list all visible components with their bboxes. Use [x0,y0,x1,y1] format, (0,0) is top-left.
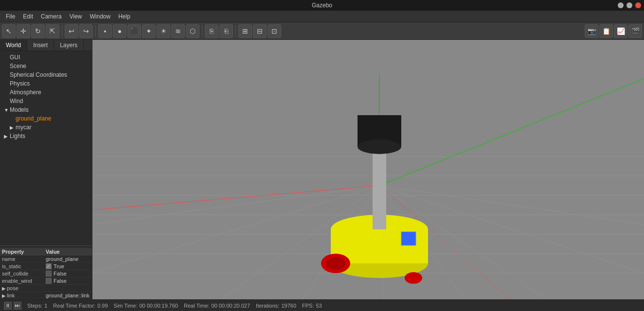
prop-row-pose[interactable]: ▶ pose [0,285,92,292]
tree-label-gui: GUI [10,54,20,61]
cylinder-tool[interactable]: ⬛ [127,24,141,38]
prop-value-link: ground_plane::link [46,293,90,298]
redo-button[interactable]: ↪ [79,24,93,38]
tree-item-scene[interactable]: Scene [0,62,92,70]
fps-section: FPS: 53 [302,303,322,309]
tree-label-wind: Wind [10,98,23,104]
tree-item-wind[interactable]: Wind [0,97,92,105]
scale-tool[interactable]: ⇱ [46,24,59,38]
align-tool[interactable]: ⊞ [238,24,252,38]
prop-row-link[interactable]: ▶ link ground_plane::link [0,292,92,299]
mesh-tool[interactable]: ⬡ [186,24,199,38]
checkbox-self-collide[interactable] [46,271,52,276]
prop-label-is-static: is_static [2,263,46,269]
screenshot-button[interactable]: 📷 [585,24,598,38]
titlebar: Gazebo [0,0,644,11]
tree-item-gui[interactable]: GUI [0,53,92,62]
tree-item-physics[interactable]: Physics [0,79,92,88]
statusbar: ⏸ ⏭ Steps: 1 Real Time Factor: 0.99 Sim … [0,299,644,311]
iterations-label: Iterations: [256,303,279,309]
snap-tool[interactable]: ⊟ [253,24,267,38]
undo-button[interactable]: ↩ [65,24,78,38]
viewport[interactable] [92,40,644,299]
prop-label-name: name [2,256,46,262]
prop-header: Property Value [0,248,92,256]
menu-window[interactable]: Window [86,12,115,21]
tab-insert[interactable]: Insert [27,40,54,51]
tree-item-lights[interactable]: ▶ Lights [0,132,92,140]
arrow-models: ▼ [4,107,9,113]
prop-header-col1: Property [2,249,46,255]
prop-header-col2: Value [46,249,90,255]
menu-edit[interactable]: Edit [19,12,37,21]
prop-value-enable-wind[interactable]: False [46,278,90,284]
prop-value-self-collide[interactable]: False [46,271,90,276]
more-tool[interactable]: ⊡ [268,24,281,38]
rtf-value: 0.99 [97,303,107,309]
rtf-label: Real Time Factor: [53,303,95,309]
tree-label-models: Models [10,106,29,113]
fps-value: 53 [316,303,322,309]
spot-light-tool[interactable]: ☀ [157,24,170,38]
cursor-tool[interactable]: ↖ [2,24,16,38]
close-button[interactable] [635,2,641,8]
step-button[interactable]: ⏭ [14,302,21,310]
svg-point-30 [326,257,345,270]
rotate-tool[interactable]: ↻ [31,24,45,38]
box-tool[interactable]: ▪ [98,24,112,38]
sphere-tool[interactable]: ● [113,24,126,38]
checkbox-enable-wind[interactable] [46,278,52,284]
menubar: File Edit Camera View Window Help [0,11,644,22]
tab-layers[interactable]: Layers [54,40,84,51]
world-tree: GUI Scene Spherical Coordinates Physics … [0,51,92,245]
window-controls [618,2,641,8]
sidebar: World Insert Layers GUI Scene Spherical … [0,40,92,299]
rtf-section: Real Time Factor: 0.99 [53,303,107,309]
svg-rect-24 [373,147,386,229]
tree-item-models[interactable]: ▼ Models [0,105,92,114]
prop-row-self-collide: self_collide False [0,270,92,277]
iterations-value: 19760 [281,303,296,309]
tree-item-atmosphere[interactable]: Atmosphere [0,88,92,97]
copy-tool[interactable]: ⎘ [205,24,218,38]
prop-label-pose: ▶ pose [2,285,46,291]
sep1 [62,25,62,37]
tree-item-spherical[interactable]: Spherical Coordinates [0,70,92,79]
arrow-lights: ▶ [4,134,9,139]
prop-label-enable-wind: enable_wind [2,278,46,284]
tab-world[interactable]: World [0,40,27,51]
menu-camera[interactable]: Camera [37,12,66,21]
tree-item-mycar[interactable]: ▶ mycar [0,123,92,132]
prop-value-is-static[interactable]: ✓ True [46,263,90,269]
tree-item-ground-plane[interactable]: ground_plane [0,114,92,123]
arrow-link: ▶ [2,293,6,298]
minimize-button[interactable] [618,2,624,8]
tree-label-ground-plane: ground_plane [16,115,51,122]
svg-point-31 [405,272,422,284]
plot-button[interactable]: 📈 [614,24,627,38]
menu-help[interactable]: Help [114,12,134,21]
checkbox-is-static[interactable]: ✓ [46,263,52,269]
prop-label-link: ▶ link [2,293,46,298]
tree-label-scene: Scene [10,63,26,69]
paste-tool[interactable]: ⎗ [219,24,233,38]
svg-point-28 [358,139,401,154]
sim-time-label: Sim Time: [114,303,138,309]
menu-view[interactable]: View [66,12,86,21]
log-button[interactable]: 📋 [599,24,613,38]
sim-time-value: 00 00:00:19.760 [139,303,178,309]
arrow-mycar: ▶ [10,125,15,130]
tree-label-atmosphere: Atmosphere [10,89,41,96]
real-time-section: Real Time: 00 00:00:20.027 [184,303,250,309]
video-button[interactable]: 🎬 [628,24,642,38]
dir-light-tool[interactable]: ≋ [171,24,185,38]
pause-button[interactable]: ⏸ [4,302,12,310]
tree-label-mycar: mycar [16,124,32,131]
maximize-button[interactable] [626,2,632,8]
point-light-tool[interactable]: ✦ [142,24,156,38]
svg-rect-32 [401,232,416,245]
menu-file[interactable]: File [2,12,19,21]
real-time-label: Real Time: [184,303,210,309]
translate-tool[interactable]: ✛ [17,24,30,38]
sep3 [202,25,202,37]
